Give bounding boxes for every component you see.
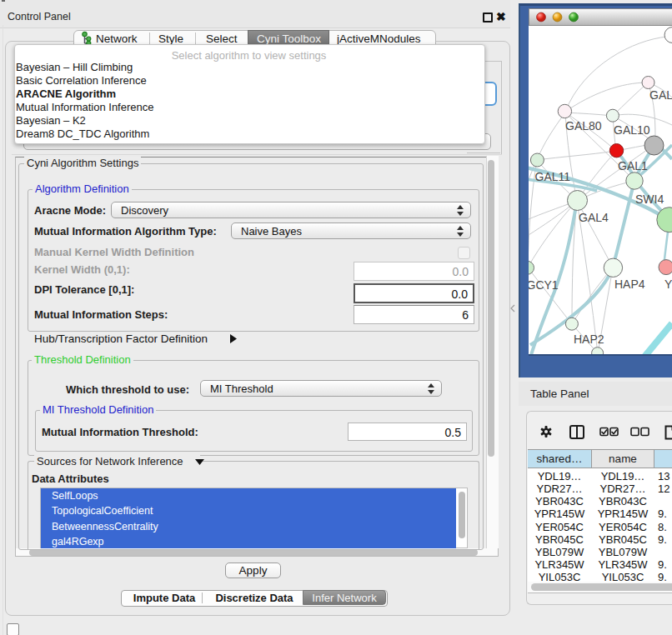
svg-text:YM: YM [664,278,672,291]
svg-text:GAL10: GAL10 [614,123,650,137]
svg-text:GAL80: GAL80 [565,119,602,132]
svg-text:GCY1: GCY1 [529,278,559,292]
svg-text:GAL11: GAL11 [535,170,571,183]
svg-text:HAP2: HAP2 [574,332,604,346]
svg-text:HAP4: HAP4 [614,278,645,291]
svg-text:SWI4: SWI4 [635,192,664,206]
svg-text:GAL4: GAL4 [579,211,609,224]
svg-text:GAL7: GAL7 [649,88,672,102]
svg-text:GAL1: GAL1 [618,159,648,172]
